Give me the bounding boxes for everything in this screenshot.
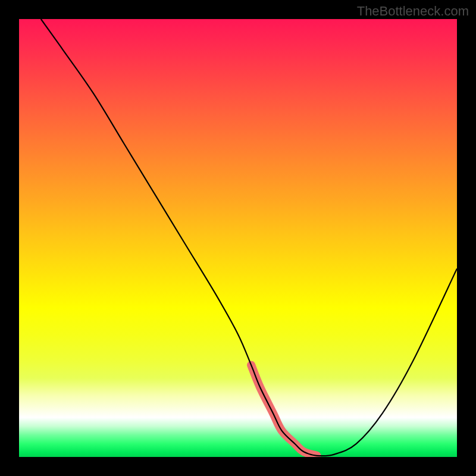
bottleneck-curve (41, 19, 457, 456)
chart-container: TheBottleneck.com (0, 0, 476, 476)
curve-overlay (19, 19, 457, 457)
plot-area (19, 19, 457, 457)
watermark-text: TheBottleneck.com (357, 4, 469, 19)
